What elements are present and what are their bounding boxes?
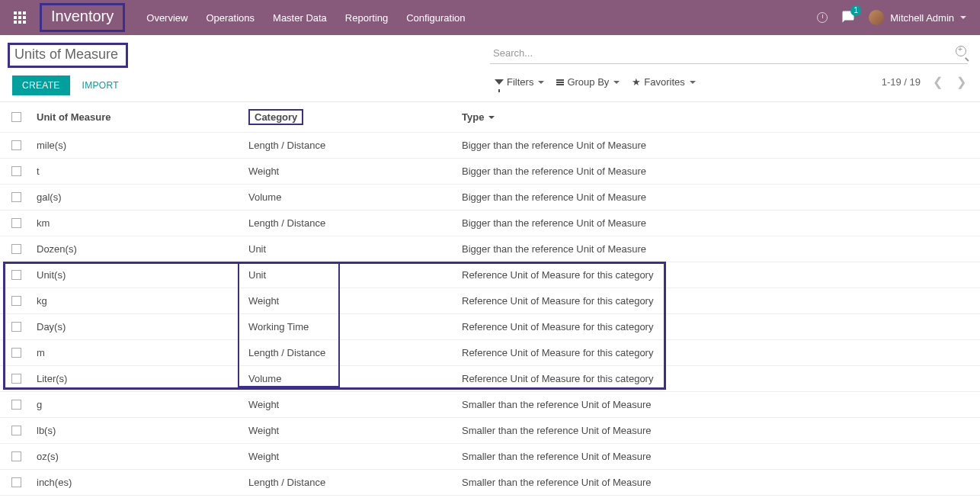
user-name: Mitchell Admin — [890, 12, 954, 24]
table-row[interactable]: Dozen(s)UnitBigger than the reference Un… — [0, 236, 980, 262]
chevron-down-icon — [538, 81, 544, 84]
select-all-checkbox[interactable] — [11, 112, 21, 122]
cell-type: Reference Unit of Measure for this categ… — [457, 314, 980, 339]
messages-icon[interactable]: 1 — [841, 10, 855, 26]
cell-uom: oz(s) — [32, 444, 244, 469]
page-title-highlight-box: Units of Measure — [8, 43, 128, 68]
cell-type: Smaller than the reference Unit of Measu… — [457, 470, 980, 495]
cell-category: Weight — [244, 444, 457, 469]
table-row[interactable]: mLength / DistanceReference Unit of Meas… — [0, 340, 980, 366]
row-checkbox[interactable] — [11, 374, 21, 384]
col-category-highlight-box: Category — [248, 109, 303, 125]
pager-next[interactable]: ❯ — [955, 75, 968, 89]
row-checkbox[interactable] — [11, 140, 21, 150]
import-button[interactable]: IMPORT — [75, 76, 127, 95]
cell-uom: kg — [32, 288, 244, 313]
row-checkbox[interactable] — [11, 192, 21, 202]
cell-uom: km — [32, 210, 244, 236]
cell-type: Reference Unit of Measure for this categ… — [457, 340, 980, 365]
cell-category: Length / Distance — [244, 340, 457, 365]
row-checkbox[interactable] — [11, 322, 21, 332]
nav-configuration[interactable]: Configuration — [406, 12, 465, 24]
cell-type: Reference Unit of Measure for this categ… — [457, 262, 980, 288]
top-nav: Overview Operations Master Data Reportin… — [146, 12, 817, 24]
table-row[interactable]: kgWeightReference Unit of Measure for th… — [0, 288, 980, 314]
col-uom[interactable]: Unit of Measure — [32, 104, 244, 130]
cell-uom: lb(s) — [32, 418, 244, 443]
messages-badge: 1 — [850, 5, 861, 16]
row-checkbox[interactable] — [11, 400, 21, 410]
filters-dropdown[interactable]: Filters — [490, 75, 549, 89]
cell-uom: t — [32, 159, 244, 184]
apps-icon[interactable] — [14, 11, 26, 24]
table-header: Unit of Measure Category Type — [0, 102, 980, 133]
favorites-label: Favorites — [644, 76, 684, 88]
row-checkbox[interactable] — [11, 244, 21, 254]
cell-type: Bigger than the reference Unit of Measur… — [457, 236, 980, 262]
table-row[interactable]: gal(s)VolumeBigger than the reference Un… — [0, 185, 980, 210]
cell-uom: Unit(s) — [32, 262, 244, 288]
table-row[interactable]: Day(s)Working TimeReference Unit of Meas… — [0, 314, 980, 340]
groupby-dropdown[interactable]: Group By — [552, 75, 624, 89]
avatar — [869, 10, 884, 25]
activity-clock-icon[interactable] — [817, 12, 828, 23]
funnel-icon — [495, 79, 504, 85]
favorites-dropdown[interactable]: ★ Favorites — [627, 75, 700, 89]
table-row[interactable]: lb(s)WeightSmaller than the reference Un… — [0, 418, 980, 444]
cell-category: Volume — [244, 366, 457, 391]
cell-category: Length / Distance — [244, 133, 457, 158]
pager-prev[interactable]: ❮ — [931, 75, 944, 89]
page-title: Units of Measure — [14, 47, 118, 62]
brand-highlight-box: Inventory — [40, 3, 125, 32]
create-button[interactable]: CREATE — [12, 76, 70, 95]
table-row[interactable]: inch(es)Length / DistanceSmaller than th… — [0, 470, 980, 496]
table-row[interactable]: Liter(s)VolumeReference Unit of Measure … — [0, 366, 980, 392]
table-row[interactable]: tWeightBigger than the reference Unit of… — [0, 159, 980, 185]
cell-category: Weight — [244, 159, 457, 184]
table-row[interactable]: Unit(s)UnitReference Unit of Measure for… — [0, 262, 980, 288]
nav-reporting[interactable]: Reporting — [345, 12, 388, 24]
groupby-icon — [556, 79, 564, 85]
cell-category: Volume — [244, 185, 457, 210]
cell-uom: mile(s) — [32, 133, 244, 158]
user-menu[interactable]: Mitchell Admin — [869, 10, 966, 25]
table-row[interactable]: mile(s)Length / DistanceBigger than the … — [0, 133, 980, 159]
cell-category: Weight — [244, 418, 457, 443]
table-row[interactable]: kmLength / DistanceBigger than the refer… — [0, 210, 980, 236]
nav-operations[interactable]: Operations — [206, 12, 255, 24]
pager: 1-19 / 19 ❮ ❯ — [882, 75, 968, 89]
row-checkbox[interactable] — [11, 166, 21, 176]
col-type-label: Type — [462, 111, 484, 123]
cell-category: Unit — [244, 262, 457, 288]
row-checkbox[interactable] — [11, 348, 21, 358]
row-checkbox[interactable] — [11, 218, 21, 228]
nav-overview[interactable]: Overview — [146, 12, 187, 24]
table-row[interactable]: oz(s)WeightSmaller than the reference Un… — [0, 444, 980, 470]
chevron-down-icon — [613, 81, 620, 84]
cell-type: Reference Unit of Measure for this categ… — [457, 288, 980, 313]
cell-category: Length / Distance — [244, 470, 457, 495]
row-checkbox[interactable] — [11, 296, 21, 306]
search-input[interactable] — [490, 43, 968, 64]
cell-uom: g — [32, 392, 244, 417]
cell-category: Length / Distance — [244, 210, 457, 236]
row-checkbox[interactable] — [11, 477, 21, 487]
nav-master-data[interactable]: Master Data — [273, 12, 327, 24]
row-checkbox[interactable] — [11, 270, 21, 280]
uom-table: Unit of Measure Category Type mile(s)Len… — [0, 101, 980, 496]
row-checkbox[interactable] — [11, 451, 21, 461]
chevron-down-icon — [960, 16, 966, 19]
app-brand[interactable]: Inventory — [51, 8, 114, 24]
cell-uom: inch(es) — [32, 470, 244, 495]
chevron-down-icon — [690, 81, 696, 84]
col-type[interactable]: Type — [457, 104, 980, 130]
cell-uom: m — [32, 340, 244, 365]
cell-type: Smaller than the reference Unit of Measu… — [457, 418, 980, 443]
cell-uom: Dozen(s) — [32, 236, 244, 262]
col-category[interactable]: Category — [255, 111, 297, 123]
cell-uom: Liter(s) — [32, 366, 244, 391]
cell-category: Weight — [244, 392, 457, 417]
row-checkbox[interactable] — [11, 426, 21, 435]
table-row[interactable]: gWeightSmaller than the reference Unit o… — [0, 392, 980, 418]
search-icon[interactable] — [956, 46, 966, 56]
